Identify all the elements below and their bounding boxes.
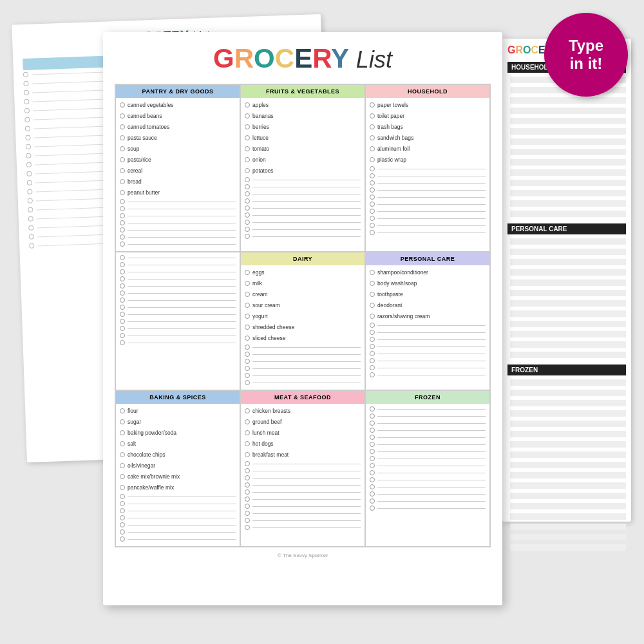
checkbox-circle[interactable] [370,484,375,489]
checkbox-circle[interactable] [245,345,250,350]
checkbox-circle[interactable] [120,255,125,260]
checkbox-circle[interactable] [245,408,250,413]
checkbox-circle[interactable] [245,497,250,502]
checkbox-circle[interactable] [120,206,125,211]
checkbox-circle[interactable] [245,177,250,182]
checkbox-circle[interactable] [245,124,250,129]
checkbox-circle[interactable] [370,314,375,319]
checkbox-circle[interactable] [370,146,375,151]
checkbox-circle[interactable] [370,173,375,178]
checkbox-circle[interactable] [120,168,125,173]
checkbox-circle[interactable] [120,283,125,289]
checkbox-circle[interactable] [370,102,375,108]
checkbox-circle[interactable] [370,113,375,118]
checkbox-circle[interactable] [245,220,250,225]
checkbox-circle[interactable] [370,270,375,275]
checkbox-circle[interactable] [370,506,375,511]
checkbox-circle[interactable] [120,319,125,324]
checkbox-circle[interactable] [370,135,375,140]
checkbox-circle[interactable] [245,336,250,341]
checkbox-circle[interactable] [120,529,125,535]
checkbox-circle[interactable] [120,408,125,413]
checkbox-circle[interactable] [370,180,375,185]
checkbox-circle[interactable] [370,477,375,482]
checkbox-circle[interactable] [245,380,250,385]
checkbox-circle[interactable] [245,352,250,357]
checkbox-circle[interactable] [120,242,125,247]
checkbox-circle[interactable] [370,281,375,286]
checkbox-circle[interactable] [370,406,375,412]
checkbox-circle[interactable] [120,234,125,240]
checkbox-circle[interactable] [120,290,125,296]
checkbox-circle[interactable] [370,209,375,214]
checkbox-circle[interactable] [245,468,250,473]
checkbox-circle[interactable] [245,102,250,108]
checkbox-circle[interactable] [120,312,125,317]
checkbox-circle[interactable] [120,305,125,310]
checkbox-circle[interactable] [120,269,125,274]
checkbox-circle[interactable] [120,463,125,468]
checkbox-circle[interactable] [370,413,375,419]
checkbox-circle[interactable] [120,494,125,499]
checkbox-circle[interactable] [120,508,125,513]
checkbox-circle[interactable] [370,358,375,363]
checkbox-circle[interactable] [370,351,375,356]
checkbox-circle[interactable] [370,124,375,129]
checkbox-circle[interactable] [370,365,375,370]
checkbox-circle[interactable] [120,419,125,424]
checkbox-circle[interactable] [120,333,125,338]
checkbox-circle[interactable] [245,419,250,424]
checkbox-circle[interactable] [370,303,375,308]
checkbox-circle[interactable] [245,518,250,523]
checkbox-circle[interactable] [120,522,125,527]
checkbox-circle[interactable] [120,179,125,184]
checkbox-circle[interactable] [245,359,250,364]
checkbox-circle[interactable] [245,325,250,330]
checkbox-circle[interactable] [245,184,250,189]
checkbox-circle[interactable] [120,474,125,479]
checkbox-circle[interactable] [370,166,375,171]
checkbox-circle[interactable] [370,292,375,297]
checkbox-circle[interactable] [245,314,250,319]
checkbox-circle[interactable] [245,227,250,232]
checkbox-circle[interactable] [245,461,250,466]
checkbox-circle[interactable] [370,421,375,426]
checkbox-circle[interactable] [120,536,125,542]
checkbox-circle[interactable] [370,223,375,228]
checkbox-circle[interactable] [245,511,250,516]
checkbox-circle[interactable] [120,227,125,232]
checkbox-circle[interactable] [120,124,125,129]
checkbox-circle[interactable] [245,504,250,509]
checkbox-circle[interactable] [245,146,250,151]
checkbox-circle[interactable] [120,190,125,195]
checkbox-circle[interactable] [370,456,375,461]
checkbox-circle[interactable] [370,428,375,433]
checkbox-circle[interactable] [370,449,375,454]
checkbox-circle[interactable] [245,281,250,286]
checkbox-circle[interactable] [370,202,375,207]
checkbox-circle[interactable] [120,430,125,435]
checkbox-circle[interactable] [245,191,250,196]
checkbox-circle[interactable] [120,113,125,118]
checkbox-circle[interactable] [370,194,375,200]
checkbox-circle[interactable] [120,262,125,267]
checkbox-circle[interactable] [120,102,125,108]
checkbox-circle[interactable] [370,344,375,349]
checkbox-circle[interactable] [370,463,375,468]
checkbox-circle[interactable] [370,442,375,447]
checkbox-circle[interactable] [245,168,250,173]
checkbox-circle[interactable] [370,498,375,504]
checkbox-circle[interactable] [370,230,375,235]
checkbox-circle[interactable] [245,441,250,446]
checkbox-circle[interactable] [245,366,250,371]
checkbox-circle[interactable] [245,113,250,118]
checkbox-circle[interactable] [370,157,375,162]
checkbox-circle[interactable] [120,515,125,520]
checkbox-circle[interactable] [120,135,125,140]
checkbox-circle[interactable] [245,489,250,495]
checkbox-circle[interactable] [120,157,125,162]
checkbox-circle[interactable] [245,292,250,297]
checkbox-circle[interactable] [245,475,250,480]
checkbox-circle[interactable] [245,205,250,211]
checkbox-circle[interactable] [370,216,375,221]
